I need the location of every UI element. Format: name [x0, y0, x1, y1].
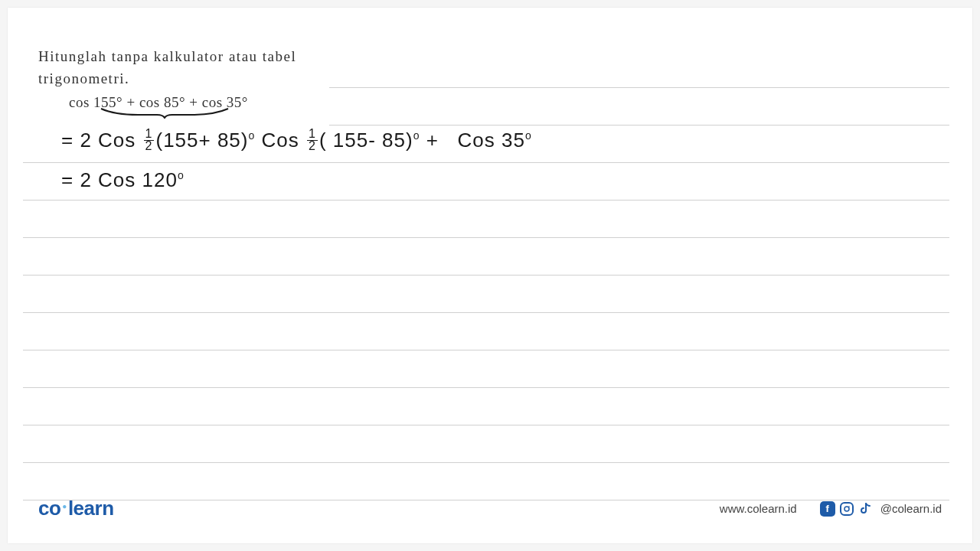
tiktok-icon[interactable] [858, 501, 874, 517]
colearn-logo: co●learn [38, 497, 114, 520]
step1-end: Cos 35 [458, 129, 525, 152]
ruled-line [23, 350, 949, 388]
logo-dot-icon: ● [62, 502, 67, 510]
problem-text-line1: Hitunglah tanpa kalkulator atau tabel [38, 46, 322, 68]
handwritten-step-2: = 2 Cos 120o [61, 168, 185, 192]
ruled-line [23, 388, 949, 425]
page-footer: co●learn www.colearn.id f @colearn.id [38, 497, 942, 520]
social-handle: @colearn.id [880, 502, 942, 515]
step1-plus: + [426, 129, 445, 152]
ruled-line [23, 463, 949, 500]
ruled-line [23, 425, 949, 463]
degree-symbol: o [525, 129, 532, 142]
step1-prefix: = 2 Cos [61, 129, 136, 152]
step1-paren2: ( 155- 85) [319, 129, 413, 152]
fraction-half-2: 1 2 [307, 129, 318, 152]
ruled-line [23, 201, 949, 238]
degree-symbol: o [178, 169, 185, 181]
instagram-icon[interactable] [840, 502, 854, 516]
degree-symbol: o [413, 129, 420, 142]
curly-brace-annotation [100, 107, 230, 119]
problem-text-line2: trigonometri. [38, 68, 322, 90]
handwritten-step-1: = 2 Cos 1 2 (155+ 85)o Cos 1 2 ( 155- 85… [61, 129, 532, 153]
ruled-line [23, 276, 949, 313]
website-url: www.colearn.id [720, 502, 797, 515]
problem-statement: Hitunglah tanpa kalkulator atau tabel tr… [38, 46, 942, 111]
svg-point-1 [848, 506, 850, 507]
step1-mid: Cos [262, 129, 299, 152]
document-page: Hitunglah tanpa kalkulator atau tabel tr… [8, 8, 972, 543]
ruled-line [23, 238, 949, 276]
degree-symbol: o [249, 129, 256, 142]
ruled-line [23, 313, 949, 350]
fraction-half-1: 1 2 [144, 129, 155, 152]
social-links: f @colearn.id [820, 501, 942, 517]
step2-text: = 2 Cos 120 [61, 168, 178, 191]
step1-paren1: (155+ 85) [155, 129, 248, 152]
facebook-icon[interactable]: f [820, 501, 835, 517]
svg-point-0 [844, 507, 849, 511]
footer-right-group: www.colearn.id f @colearn.id [720, 501, 942, 517]
